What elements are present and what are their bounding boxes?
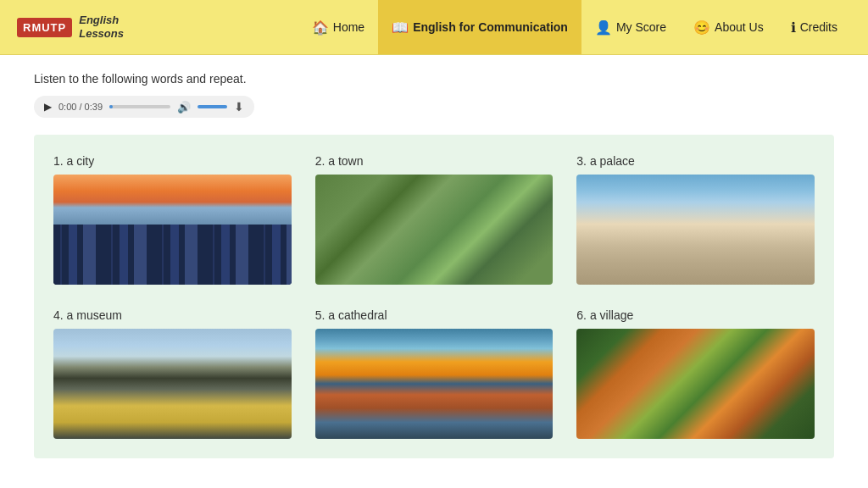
nav-my-score[interactable]: 👤 My Score: [581, 0, 680, 54]
nav-home-label: Home: [333, 20, 364, 34]
logo: RMUTP English Lessons: [17, 14, 153, 40]
vocab-label-village: 6. a village: [576, 308, 815, 322]
book-icon: 📖: [392, 19, 409, 36]
logo-line1: English: [79, 14, 124, 27]
audio-player: ▶ 0:00 / 0:39 🔊 ⬇: [34, 96, 254, 118]
volume-icon[interactable]: 🔊: [177, 101, 191, 114]
vocab-item-town: 2. a town: [309, 147, 560, 291]
vocab-image-palace: [576, 175, 815, 285]
vocab-item-palace: 3. a palace: [570, 147, 821, 291]
vocab-label-palace: 3. a palace: [576, 154, 815, 168]
nav-about-label: About Us: [715, 20, 764, 34]
main-content: Listen to the following words and repeat…: [0, 55, 868, 475]
nav-about-us[interactable]: 😊 About Us: [680, 0, 777, 54]
nav-english-communication[interactable]: 📖 English for Communication: [378, 0, 581, 54]
vocab-label-town: 2. a town: [315, 154, 554, 168]
nav-credits[interactable]: ℹ Credits: [777, 0, 851, 54]
total-time: 0:39: [85, 102, 103, 112]
time-display: 0:00 / 0:39: [58, 102, 103, 112]
vocab-label-city: 1. a city: [53, 154, 292, 168]
vocab-image-town: [315, 175, 554, 285]
vocab-image-city: [53, 175, 292, 285]
vocab-item-village: 6. a village: [570, 302, 821, 446]
vocabulary-grid: 1. a city 2. a town 3. a palace 4. a mus…: [34, 135, 834, 458]
logo-line2: Lessons: [79, 27, 124, 41]
smiley-icon: 😊: [693, 19, 710, 36]
user-icon: 👤: [595, 19, 612, 36]
vocab-label-museum: 4. a museum: [53, 308, 292, 322]
home-icon: 🏠: [312, 19, 329, 36]
nav-score-label: My Score: [616, 20, 666, 34]
vocab-item-museum: 4. a museum: [47, 302, 298, 446]
vocab-image-cathedral: [315, 329, 554, 439]
header: RMUTP English Lessons 🏠 Home 📖 English f…: [0, 0, 868, 55]
vocab-image-village: [576, 329, 815, 439]
logo-badge-text: RMUTP: [23, 21, 66, 34]
audio-progress-bar[interactable]: [109, 105, 170, 108]
audio-progress-fill: [109, 105, 113, 108]
logo-badge: RMUTP: [17, 18, 72, 37]
logo-text: English Lessons: [79, 14, 124, 40]
volume-bar[interactable]: [198, 105, 227, 108]
info-icon: ℹ: [791, 19, 796, 36]
vocab-label-cathedral: 5. a cathedral: [315, 308, 554, 322]
nav-english-label: English for Communication: [413, 20, 568, 34]
nav-home[interactable]: 🏠 Home: [298, 0, 378, 54]
vocab-item-cathedral: 5. a cathedral: [309, 302, 560, 446]
play-button[interactable]: ▶: [44, 101, 52, 113]
instruction-text: Listen to the following words and repeat…: [34, 72, 834, 86]
navigation: 🏠 Home 📖 English for Communication 👤 My …: [298, 0, 851, 54]
vocab-image-museum: [53, 329, 292, 439]
current-time: 0:00: [58, 102, 76, 112]
vocab-item-city: 1. a city: [47, 147, 298, 291]
nav-credits-label: Credits: [800, 20, 837, 34]
download-icon[interactable]: ⬇: [234, 100, 244, 114]
